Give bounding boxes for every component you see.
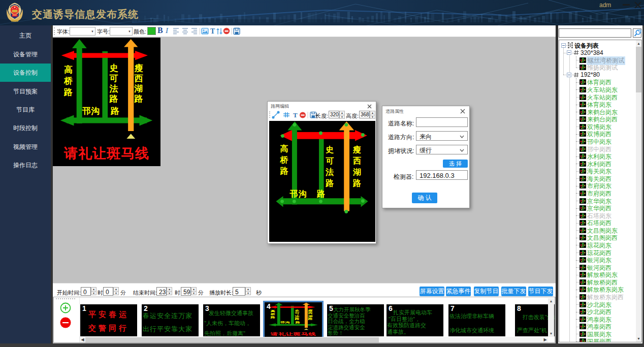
svg-text:T: T xyxy=(210,27,215,35)
svg-text:T: T xyxy=(293,111,298,119)
